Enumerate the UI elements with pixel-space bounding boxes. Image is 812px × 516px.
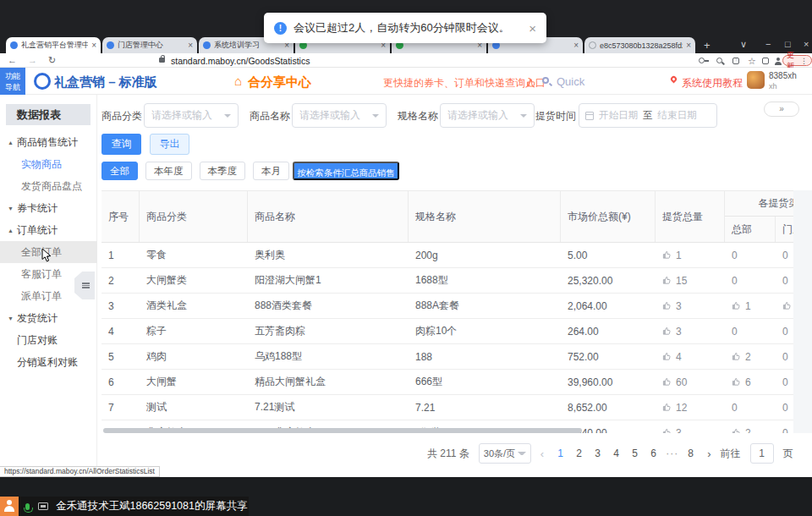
share-center-link[interactable]: 合分享中心 — [248, 74, 311, 91]
browser-update-button[interactable]: 更新 ⋮ — [782, 55, 812, 66]
profile-icon[interactable] — [774, 58, 782, 65]
thumbs-up-icon — [662, 428, 672, 433]
new-tab-button[interactable]: + — [704, 39, 710, 52]
page-number[interactable]: 4 — [609, 447, 623, 459]
category-select[interactable]: 请选择或输入 — [144, 103, 239, 128]
sidebar-item-label: 发货统计 — [17, 311, 58, 326]
pickup-cell: 0 — [725, 268, 776, 293]
name-select[interactable]: 请选择或输入 — [292, 103, 387, 128]
thumbs-up-icon — [732, 301, 741, 310]
tab-close-icon[interactable]: × — [573, 41, 579, 50]
user-avatar[interactable] — [747, 71, 765, 89]
goto-page-input[interactable] — [750, 443, 774, 464]
pickup-cell: 0 — [776, 420, 793, 433]
table-row[interactable]: 6大闸蟹精品大闸蟹礼盒666型39,960.006060 — [102, 370, 793, 395]
more-menu-icon[interactable]: ⋮ — [800, 57, 808, 65]
page-number[interactable]: 6 — [646, 447, 661, 459]
page-size-select[interactable]: 30条/页 — [479, 443, 531, 464]
cell-spec: 7.21 — [409, 395, 561, 420]
page-ellipsis[interactable]: ··· — [665, 447, 679, 459]
back-button[interactable]: ← — [8, 55, 17, 65]
user-name-main: 8385xh — [769, 71, 797, 82]
export-button[interactable]: 导出 — [150, 134, 189, 155]
function-nav-toggle[interactable]: 功能 导航 — [0, 68, 25, 95]
cell-spec: 肉粽10个 — [409, 319, 561, 343]
quick-filter-button[interactable]: 本月 — [253, 162, 289, 180]
table-row[interactable]: 3酒类礼盒888酒类套餐888A套餐2,064.0031 — [102, 294, 793, 319]
collapse-bars-icon — [82, 283, 90, 288]
quick-search-label[interactable]: Quick — [557, 75, 584, 88]
tab-search-icon[interactable]: ∨ — [740, 39, 747, 50]
address-bar[interactable]: standard.maboy.cn/GoodsStatistics — [171, 56, 310, 66]
pickup-value: 3 — [676, 300, 682, 312]
page-number[interactable]: 8 — [683, 447, 698, 459]
thumbs-up-icon — [662, 301, 672, 310]
table-row[interactable]: 5鸡肉乌鸡188型188752.00420 — [102, 344, 793, 370]
pickup-cell: 3 — [656, 319, 725, 343]
page-number[interactable]: 1 — [553, 447, 568, 459]
browser-tab[interactable]: 门店管理中心× — [102, 37, 197, 53]
table-row[interactable]: 2大闸蟹类阳澄湖大闸蟹11688型25,320.001500 — [102, 268, 793, 294]
pickup-cell: 0 — [776, 268, 793, 293]
mouse-cursor — [41, 248, 52, 266]
share-icon[interactable] — [732, 58, 739, 64]
sidebar-item-实物商品[interactable]: 实物商品 — [0, 153, 97, 175]
sidebar-item-门店对账[interactable]: 门店对账 — [0, 329, 97, 351]
page-number[interactable]: 5 — [628, 447, 642, 459]
zoom-icon[interactable] — [716, 58, 722, 63]
lock-icon — [159, 58, 165, 63]
date-range-picker[interactable]: 开始日期 至 结束日期 — [579, 103, 717, 128]
notification-close-icon[interactable]: × — [529, 21, 536, 36]
cell-amount: 264.00 — [561, 319, 656, 343]
table-row[interactable]: 4粽子五芳斋肉粽肉粽10个264.00300 — [102, 319, 793, 344]
browser-tab[interactable]: 礼盒营销平台管理中心× — [6, 37, 101, 53]
sidebar-collapse-handle[interactable] — [74, 272, 95, 299]
next-page-button[interactable]: › — [707, 447, 710, 460]
window-close-button[interactable]: × — [804, 39, 809, 49]
share-center-icon: ⌂ — [234, 74, 242, 88]
screen-share-icon — [38, 502, 48, 510]
minimize-button[interactable]: − — [765, 39, 771, 49]
table-row[interactable]: 7测试7.21测试7.218,652.001200 — [102, 395, 793, 420]
horizontal-scrollbar[interactable] — [103, 428, 582, 433]
spec-select[interactable]: 请选择或输入 — [440, 103, 535, 128]
expand-filters-button[interactable]: » — [764, 102, 799, 117]
bookmark-star-icon[interactable]: ☆ — [748, 56, 756, 67]
extensions-icon[interactable] — [762, 58, 769, 64]
forward-button[interactable]: → — [28, 55, 37, 65]
prev-page-button[interactable]: ‹ — [540, 447, 544, 460]
search-button[interactable]: 查询 — [102, 134, 141, 155]
col-category: 商品分类 — [140, 191, 248, 242]
summary-button[interactable]: 按检索条件汇总商品销售额 — [293, 162, 399, 180]
tab-close-icon[interactable]: × — [686, 41, 691, 50]
page-number[interactable]: 2 — [572, 447, 586, 459]
pickup-cell: 4 — [656, 344, 725, 369]
cell-name: 精品大闸蟹礼盒 — [248, 370, 409, 394]
tab-close-icon[interactable]: × — [188, 41, 193, 50]
reload-button[interactable]: ↻ — [48, 55, 56, 66]
quick-filter-button[interactable]: 本季度 — [200, 162, 246, 180]
quick-filter-button[interactable]: 本年度 — [145, 162, 192, 180]
sidebar-item-订单统计[interactable]: ▲订单统计 — [0, 219, 97, 241]
page-number[interactable]: 3 — [590, 447, 605, 459]
quick-search-icon[interactable] — [542, 77, 549, 84]
table-body: 1零食奥利奥200g5.001002大闸蟹类阳澄湖大闸蟹11688型25,320… — [102, 243, 793, 433]
col-group-channels: 各提货渠道 — [725, 191, 793, 217]
maximize-button[interactable]: □ — [785, 39, 791, 49]
share-user-icon — [0, 497, 19, 516]
sidebar-item-商品销售统计[interactable]: ▲商品销售统计 — [0, 131, 97, 153]
system-tutorial-link[interactable]: 系统使用教程 — [682, 76, 743, 91]
table-row[interactable]: 1零食奥利奥200g5.00100 — [102, 243, 793, 268]
sidebar-item-发货统计[interactable]: ▼发货统计 — [0, 307, 97, 329]
tab-close-icon[interactable]: × — [91, 41, 96, 50]
quick-filter-button[interactable]: 全部 — [102, 162, 138, 180]
pickup-value: 2 — [745, 427, 751, 434]
sidebar-item-券卡统计[interactable]: ▼券卡统计 — [0, 197, 97, 219]
sidebar-item-分销返利对账[interactable]: 分销返利对账 — [0, 351, 97, 373]
pickup-cell: 0 — [725, 395, 776, 420]
cell-no: 2 — [102, 268, 140, 293]
password-key-icon[interactable] — [699, 58, 705, 63]
sidebar-item-发货商品盘点[interactable]: 发货商品盘点 — [0, 175, 97, 197]
microphone-icon — [25, 503, 30, 510]
browser-tab[interactable]: e8c573080b1328a258fd2e6f8× — [584, 37, 695, 53]
